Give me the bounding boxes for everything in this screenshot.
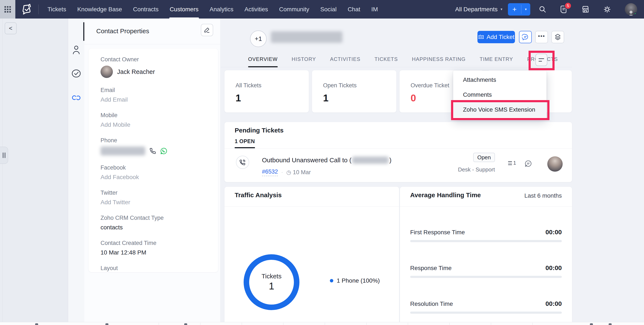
settings-button[interactable] <box>603 5 611 14</box>
add-twitter-link[interactable]: Add Twitter <box>100 199 212 206</box>
more-tabs-options-button[interactable] <box>536 54 547 66</box>
dock-app-icon[interactable] <box>35 323 38 325</box>
tickets-donut-chart[interactable]: Tickets 1 <box>244 254 300 310</box>
more-actions-button[interactable]: ••• <box>535 31 548 43</box>
panel-resize-handle[interactable] <box>0 147 8 164</box>
progress-bar-response <box>410 276 562 278</box>
dock-strip <box>0 322 644 325</box>
thread-count-indicator[interactable]: 1 <box>508 160 518 166</box>
add-ticket-label: Add Ticket <box>486 34 514 40</box>
zoho-crm-link-rail-button[interactable] <box>72 94 81 102</box>
menu-item-comments[interactable]: Comments <box>453 87 546 102</box>
waffle-icon <box>4 6 11 13</box>
ticket-department: Desk - Support <box>458 166 495 173</box>
start-chat-button[interactable] <box>519 31 532 43</box>
ticket-title[interactable]: Outbound Unanswered Call to ( ) <box>262 156 392 164</box>
user-avatar[interactable] <box>625 3 637 16</box>
section-divider <box>224 148 572 149</box>
zoho-desk-logo[interactable] <box>21 4 33 15</box>
zoho-desk-contact-page: Tickets Knowledge Base Contracts Custome… <box>0 0 644 325</box>
menu-item-attachments[interactable]: Attachments <box>453 72 546 87</box>
field-label: Zoho CRM Contact Type <box>100 215 212 221</box>
pending-tickets-card: Pending Tickets 1 OPEN Outbound Unanswer… <box>224 122 572 182</box>
field-label: Facebook <box>100 164 212 171</box>
online-status-dot <box>634 12 637 16</box>
contact-properties-header: Contact Properties <box>84 18 220 44</box>
stat-card-open-tickets[interactable]: Open Tickets 1 <box>312 70 396 112</box>
nav-item-knowledge-base[interactable]: Knowledge Base <box>77 0 122 18</box>
whatsapp-icon[interactable] <box>160 148 168 154</box>
nav-item-chat[interactable]: Chat <box>348 0 360 18</box>
nav-item-analytics[interactable]: Analytics <box>210 0 234 18</box>
gear-icon <box>603 5 611 14</box>
thread-count: 1 <box>513 160 516 166</box>
nav-item-activities[interactable]: Activities <box>244 0 268 18</box>
handling-period: Last 6 months <box>524 192 562 199</box>
ticket-comment-button[interactable] <box>524 160 532 168</box>
ticket-assignee-avatar[interactable] <box>547 156 563 172</box>
nav-icon-group: 5 <box>539 3 637 16</box>
metric-value-resolution: 00:00 <box>546 300 562 307</box>
main-nav-menu: Tickets Knowledge Base Contracts Custome… <box>48 0 378 18</box>
layers-icon <box>554 34 561 40</box>
tab-tickets[interactable]: TICKETS <box>374 53 398 67</box>
call-type-badge <box>236 156 249 169</box>
nav-right-cluster: All Departments ▾ + ▾ <box>455 3 644 16</box>
handling-title: Average Handling Time <box>410 192 481 199</box>
more-contacts-badge[interactable]: +1 <box>250 30 267 47</box>
ticket-id-link[interactable]: #6532 <box>262 168 278 176</box>
nav-item-tickets[interactable]: Tickets <box>48 0 66 18</box>
donut-center-value: 1 <box>269 280 274 292</box>
marketplace-button[interactable] <box>582 5 590 14</box>
field-facebook: Facebook Add Facebook <box>100 164 212 180</box>
dock-app-icon[interactable] <box>184 323 187 325</box>
field-label: Phone <box>100 137 212 144</box>
open-filter-tab[interactable]: 1 OPEN <box>235 138 255 148</box>
tab-time-entry[interactable]: TIME ENTRY <box>480 53 513 67</box>
search-button[interactable] <box>539 6 546 13</box>
clock-icon: ◷ <box>286 169 291 176</box>
field-twitter: Twitter Add Twitter <box>100 190 212 206</box>
nav-item-customers[interactable]: Customers <box>170 0 198 18</box>
field-mobile: Mobile Add Mobile <box>100 112 212 128</box>
dock-app-icon[interactable] <box>609 323 612 325</box>
dock-app-icon[interactable] <box>106 323 108 325</box>
add-email-link[interactable]: Add Email <box>100 96 212 103</box>
tab-activities[interactable]: ACTIVITIES <box>330 53 360 67</box>
field-phone: Phone <box>100 137 212 156</box>
edit-properties-button[interactable] <box>201 24 213 36</box>
field-label: Twitter <box>100 190 212 196</box>
ticket-status-badge[interactable]: Open <box>473 153 495 162</box>
app-grid-button[interactable] <box>0 0 15 18</box>
tasks-rail-button[interactable] <box>72 69 81 78</box>
metric-value-first-response: 00:00 <box>546 228 562 236</box>
tab-happiness-rating[interactable]: HAPPINESS RATING <box>412 53 466 67</box>
stat-card-all-tickets[interactable]: All Tickets 1 <box>224 70 309 112</box>
department-selector[interactable]: All Departments ▾ <box>455 6 502 13</box>
menu-item-zoho-voice-sms-extension[interactable]: Zoho Voice SMS Extension <box>453 102 546 117</box>
nav-item-social[interactable]: Social <box>320 0 336 18</box>
metric-value-response: 00:00 <box>546 264 562 272</box>
contact-properties-rail-button[interactable] <box>72 45 81 55</box>
layers-button[interactable] <box>551 31 564 43</box>
stat-label: All Tickets <box>236 82 309 89</box>
owner-avatar <box>100 66 113 78</box>
top-navigation-bar: Tickets Knowledge Base Contracts Custome… <box>0 0 644 18</box>
notifications-button[interactable]: 5 <box>560 5 568 14</box>
nav-item-community[interactable]: Community <box>279 0 310 18</box>
nav-item-im[interactable]: IM <box>372 0 378 18</box>
donut-legend: 1 Phone (100%) <box>330 277 380 284</box>
add-ticket-button[interactable]: Add Ticket <box>478 31 515 43</box>
contact-properties-panel: Contact Properties Contact Owner Jack Re… <box>84 18 221 325</box>
tab-history[interactable]: HISTORY <box>292 53 316 67</box>
add-facebook-link[interactable]: Add Facebook <box>100 174 212 180</box>
phone-icon[interactable] <box>150 148 156 154</box>
quick-create-split-button[interactable]: + ▾ <box>508 3 530 16</box>
collapse-back-button[interactable]: < <box>5 22 16 34</box>
nav-item-contracts[interactable]: Contracts <box>133 0 159 18</box>
dock-app-icon[interactable] <box>590 323 593 325</box>
zoho-crm-icon <box>72 94 81 102</box>
tab-overview[interactable]: OVERVIEW <box>248 53 278 67</box>
metric-label-first-response: First Response Time <box>410 229 465 236</box>
add-mobile-link[interactable]: Add Mobile <box>100 122 212 128</box>
